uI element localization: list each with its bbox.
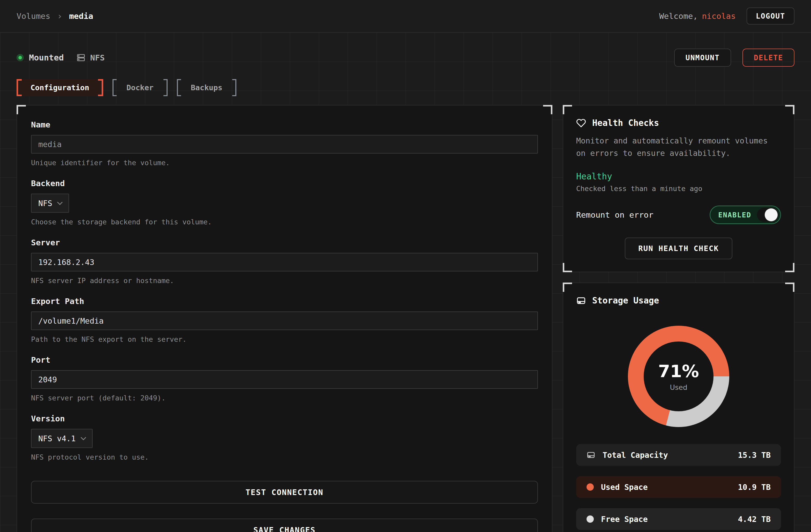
remount-setting-row: Remount on error ENABLED [576,205,781,224]
stat-value: 10.9 TB [738,483,771,492]
server-label: Server [31,238,538,247]
chevron-down-icon [57,199,63,205]
used-space-dot [586,483,594,491]
unmount-button[interactable]: UNMOUNT [674,49,731,67]
volume-status: Mounted NFS [17,53,105,63]
storage-donut: 71% Used [628,326,729,427]
export-path-input[interactable] [31,312,538,330]
right-column: Health Checks Monitor and automatically … [563,105,794,532]
corner-bracket [563,105,572,114]
donut-chart-wrap: 71% Used [576,326,781,427]
stat-value: 15.3 TB [738,451,771,459]
configuration-panel: Name Unique identifier for the volume. B… [17,105,552,532]
logout-button[interactable]: LOGOUT [747,7,794,25]
corner-bracket [563,283,572,292]
hard-drive-icon [576,296,586,306]
stat-label: Free Space [601,515,648,524]
port-help: NFS server port (default: 2049). [31,394,538,402]
corner-bracket [17,105,26,114]
bracket-decoration [177,79,181,88]
remount-toggle[interactable]: ENABLED [709,205,781,224]
chevron-right-icon: › [57,11,62,21]
server-stack-icon [76,53,86,62]
bracket-decoration [232,88,236,96]
corner-bracket [785,283,794,292]
chevron-down-icon [80,435,86,440]
free-space-dot [586,515,594,523]
test-connection-button[interactable]: TEST CONNECTION [31,481,538,504]
storage-panel-title: Storage Usage [576,296,781,306]
backend-select[interactable]: NFS [31,193,69,213]
name-help: Unique identifier for the volume. [31,159,538,167]
mounted-status-label: Mounted [29,53,64,63]
breadcrumb: Volumes › media [17,11,93,21]
mounted-status-dot [17,54,24,61]
health-checks-panel: Health Checks Monitor and automatically … [563,105,794,272]
bracket-decoration [98,88,103,96]
used-sub-label: Used [670,384,687,391]
bracket-decoration [17,79,22,88]
stat-label-group: Free Space [586,515,648,524]
bracket-decoration [177,88,181,96]
tab-docker[interactable]: Docker [112,79,168,96]
backend-select-value: NFS [38,199,52,208]
heart-icon [576,118,586,128]
stat-label: Used Space [601,483,648,492]
version-help: NFS protocol version to use. [31,453,538,461]
delete-button[interactable]: DELETE [743,49,794,67]
corner-bracket [785,105,794,114]
bracket-decoration [98,79,103,88]
topbar-right: Welcome, nicolas LOGOUT [659,7,794,25]
tab-configuration[interactable]: Configuration [17,79,103,96]
corner-bracket [563,263,572,272]
port-input[interactable] [31,370,538,389]
version-select-value: NFS v4.1 [38,434,76,443]
welcome-text: Welcome, nicolas [659,11,736,21]
breadcrumb-volumes-link[interactable]: Volumes [17,11,50,21]
toggle-state-label: ENABLED [718,211,751,219]
welcome-prefix: Welcome, [659,11,698,21]
stat-row-free-space: Free Space 4.42 TB [576,508,781,530]
health-panel-title: Health Checks [576,118,781,128]
health-description: Monitor and automatically remount volume… [576,135,781,159]
health-last-checked: Checked less than a minute ago [576,185,781,192]
export-path-label: Export Path [31,297,538,306]
server-input[interactable] [31,253,538,271]
bracket-decoration [17,88,22,96]
health-status: Healthy [576,171,781,182]
corner-bracket [785,263,794,272]
version-select[interactable]: NFS v4.1 [31,429,93,448]
name-label: Name [31,120,538,129]
backend-help: Choose the storage backend for this volu… [31,218,538,226]
save-changes-button[interactable]: SAVE CHANGES [31,519,538,532]
backend-badge: NFS [90,53,105,62]
stat-row-total-capacity: Total Capacity 15.3 TB [576,444,781,466]
bracket-decoration [164,88,168,96]
status-row: Mounted NFS UNMOUNT DELETE [17,49,794,67]
stat-value: 4.42 TB [738,515,771,524]
bracket-decoration [112,88,117,96]
hard-drive-icon [586,451,595,459]
tab-label: Configuration [31,83,89,92]
storage-title-text: Storage Usage [592,296,659,306]
name-input[interactable] [31,135,538,154]
stat-row-used-space: Used Space 10.9 TB [576,476,781,498]
tab-label: Backups [191,83,223,92]
tab-bar: Configuration Docker Backups [17,79,794,96]
corner-bracket [543,105,552,114]
health-title-text: Health Checks [592,118,659,128]
donut-center: 71% Used [644,342,714,411]
tab-backups[interactable]: Backups [177,79,236,96]
run-health-check-button[interactable]: RUN HEALTH CHECK [625,238,732,259]
run-health-check-wrap: RUN HEALTH CHECK [576,238,781,259]
stat-label-group: Total Capacity [586,451,668,459]
breadcrumb-current-volume: media [69,11,93,21]
username: nicolas [702,11,736,21]
used-percent-label: 71% [658,361,699,381]
volume-detail-page: Volumes › media Welcome, nicolas LOGOUT … [0,0,811,532]
backend-label: Backend [31,178,538,188]
tab-label: Docker [126,83,154,92]
content-area: Mounted NFS UNMOUNT DELETE [0,33,811,532]
export-path-help: Path to the NFS export on the server. [31,335,538,343]
remount-label: Remount on error [576,210,654,219]
